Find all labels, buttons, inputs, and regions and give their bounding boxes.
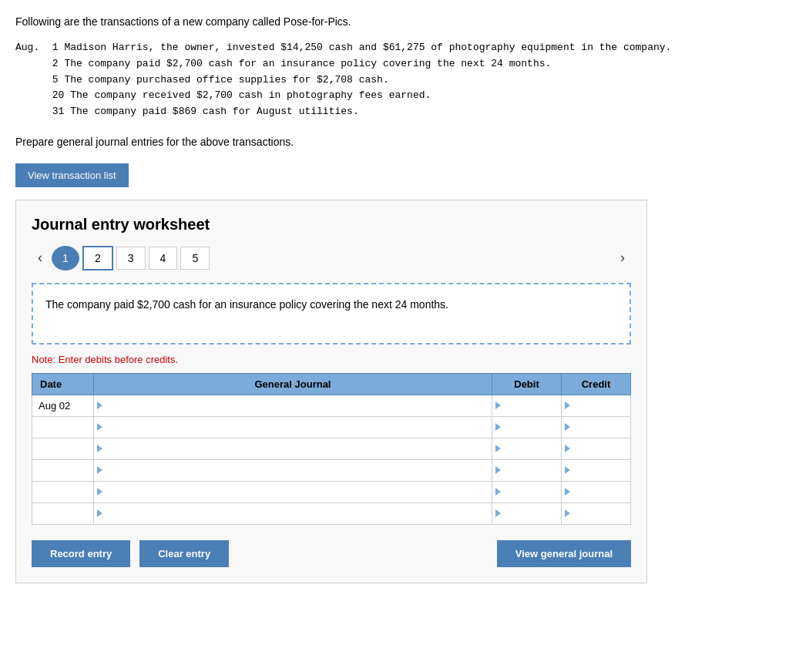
tab-5[interactable]: 5 <box>180 247 210 270</box>
tab-1[interactable]: 1 <box>52 246 79 270</box>
date-cell-1: Aug 02 <box>32 395 94 416</box>
triangle-marker <box>565 402 570 409</box>
debit-cell-4[interactable] <box>492 459 562 481</box>
credit-cell-4[interactable] <box>562 459 631 481</box>
intro-heading: Following are the transactions of a new … <box>15 15 774 28</box>
credit-cell-5[interactable] <box>562 481 631 502</box>
view-transaction-button[interactable]: View transaction list <box>15 163 129 187</box>
journal-input-2[interactable] <box>106 417 492 438</box>
credit-cell-2[interactable] <box>562 416 631 438</box>
header-general-journal: General Journal <box>94 373 492 395</box>
button-row: Record entry Clear entry View general jo… <box>32 540 631 567</box>
triangle-marker <box>495 488 501 496</box>
next-arrow[interactable]: › <box>614 247 631 269</box>
triangle-marker <box>565 466 570 474</box>
tab-4[interactable]: 4 <box>149 247 178 270</box>
credit-input-1[interactable] <box>573 395 630 416</box>
debit-input-5[interactable] <box>504 482 561 502</box>
journal-input-3[interactable] <box>106 438 492 459</box>
tab-3[interactable]: 3 <box>116 247 146 270</box>
triangle-marker <box>495 509 501 517</box>
transaction-item-4: 20 The company received $2,700 cash in p… <box>52 89 431 101</box>
debit-cell-6[interactable] <box>492 502 562 524</box>
journal-cell-3[interactable] <box>94 438 492 459</box>
triangle-marker <box>495 423 501 431</box>
note-text: Note: Enter debits before credits. <box>32 354 631 365</box>
triangle-marker <box>97 466 102 474</box>
prev-arrow[interactable]: ‹ <box>32 247 49 269</box>
worksheet-container: Journal entry worksheet ‹ 1 2 3 4 5 › Th… <box>15 200 647 583</box>
record-entry-button[interactable]: Record entry <box>32 540 130 567</box>
debit-input-4[interactable] <box>504 460 561 481</box>
debit-input-6[interactable] <box>504 503 561 524</box>
triangle-marker <box>97 509 102 517</box>
header-debit: Debit <box>492 373 562 395</box>
transaction-item-3: 5 The company purchased office supplies … <box>52 74 389 86</box>
header-date: Date <box>32 373 94 395</box>
journal-cell-1[interactable] <box>94 395 492 416</box>
triangle-marker <box>565 445 570 452</box>
credit-input-3[interactable] <box>573 438 630 459</box>
transaction-item-2: 2 The company paid $2,700 cash for an in… <box>52 58 552 69</box>
journal-cell-6[interactable] <box>94 502 492 524</box>
triangle-marker <box>97 423 102 431</box>
triangle-marker <box>97 402 102 409</box>
table-row <box>32 438 631 459</box>
journal-input-6[interactable] <box>106 503 492 524</box>
date-cell-4 <box>32 459 94 481</box>
table-row <box>32 459 631 481</box>
header-credit: Credit <box>562 373 631 395</box>
triangle-marker <box>495 466 501 474</box>
date-cell-2 <box>32 416 94 438</box>
triangle-marker <box>565 509 570 517</box>
debit-input-1[interactable] <box>504 395 561 416</box>
clear-entry-button[interactable]: Clear entry <box>139 540 229 567</box>
tab-2[interactable]: 2 <box>82 246 113 270</box>
table-row <box>32 502 631 524</box>
transaction-items: 1 Madison Harris, the owner, invested $1… <box>52 40 672 120</box>
triangle-marker <box>565 488 570 496</box>
credit-input-2[interactable] <box>573 417 630 438</box>
credit-cell-1[interactable] <box>562 395 631 416</box>
table-row: Aug 02 <box>32 395 631 416</box>
journal-input-1[interactable] <box>106 395 492 416</box>
debit-cell-5[interactable] <box>492 481 562 502</box>
transaction-item-1: 1 Madison Harris, the owner, invested $1… <box>52 42 672 53</box>
nav-row: ‹ 1 2 3 4 5 › <box>32 246 631 270</box>
credit-input-6[interactable] <box>573 503 630 524</box>
date-cell-3 <box>32 438 94 459</box>
journal-cell-5[interactable] <box>94 481 492 502</box>
debit-cell-3[interactable] <box>492 438 562 459</box>
triangle-marker <box>97 445 102 452</box>
triangle-marker <box>495 402 501 409</box>
credit-cell-6[interactable] <box>562 502 631 524</box>
debit-cell-2[interactable] <box>492 416 562 438</box>
journal-cell-2[interactable] <box>94 416 492 438</box>
date-cell-6 <box>32 502 94 524</box>
journal-cell-4[interactable] <box>94 459 492 481</box>
credit-input-5[interactable] <box>573 482 630 502</box>
journal-input-4[interactable] <box>106 460 492 481</box>
triangle-marker <box>97 488 102 496</box>
month-label: Aug. <box>15 40 46 56</box>
transactions-block: Aug. 1 Madison Harris, the owner, invest… <box>15 40 774 120</box>
table-row <box>32 416 631 438</box>
journal-table: Date General Journal Debit Credit Aug 02 <box>32 373 631 525</box>
credit-cell-3[interactable] <box>562 438 631 459</box>
prepare-text: Prepare general journal entries for the … <box>15 136 774 148</box>
description-box: The company paid $2,700 cash for an insu… <box>32 283 631 344</box>
date-cell-5 <box>32 481 94 502</box>
debit-input-3[interactable] <box>504 438 561 459</box>
triangle-marker <box>565 423 570 431</box>
worksheet-title: Journal entry worksheet <box>32 216 631 234</box>
table-row <box>32 481 631 502</box>
view-general-journal-button[interactable]: View general journal <box>497 540 631 567</box>
debit-cell-1[interactable] <box>492 395 562 416</box>
credit-input-4[interactable] <box>573 460 630 481</box>
triangle-marker <box>495 445 501 452</box>
debit-input-2[interactable] <box>504 417 561 438</box>
journal-input-5[interactable] <box>106 482 492 502</box>
transaction-item-5: 31 The company paid $869 cash for August… <box>52 106 359 117</box>
